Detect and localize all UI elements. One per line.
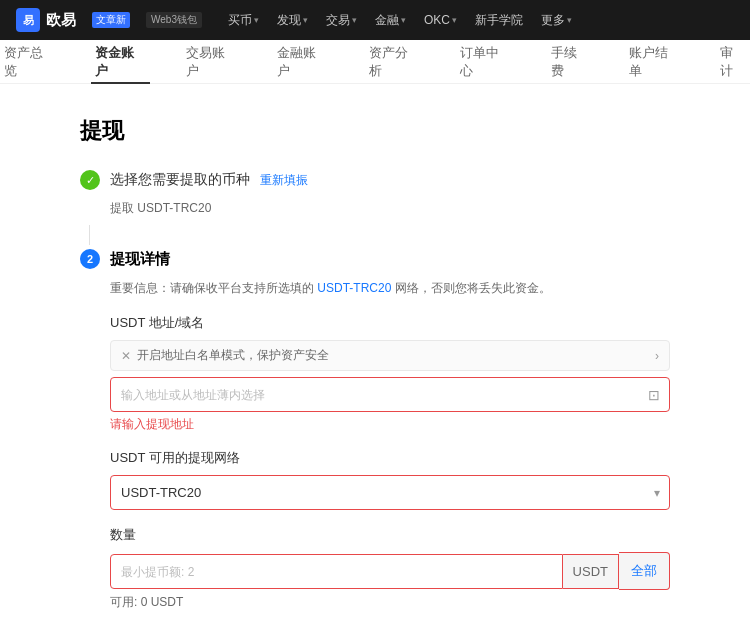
nav-beginner[interactable]: 新手学院 [475,12,523,29]
address-safe-text: 开启地址白名单模式，保护资产安全 [137,347,649,364]
chevron-down-icon: ▾ [567,15,572,25]
logo[interactable]: 易 欧易 [16,8,76,32]
step1-circle: ✓ [80,170,100,190]
articles-tag[interactable]: 文章新 [92,12,130,28]
step2-row: 2 提现详情 [80,249,670,269]
nav-more[interactable]: 更多 ▾ [541,12,572,29]
close-icon: ✕ [121,349,131,363]
page-title: 提现 [80,116,670,146]
step1-row: ✓ 选择您需要提取的币种 重新填振 [80,170,670,190]
step-connector [89,225,90,245]
nav-discover[interactable]: 发现 ▾ [277,12,308,29]
subnav-trading-account[interactable]: 交易账户 [182,40,241,84]
network-highlight: USDT-TRC20 [317,281,391,295]
subnav-account-statement[interactable]: 账户结单 [625,40,684,84]
chevron-down-icon: ▾ [254,15,259,25]
step2-circle: 2 [80,249,100,269]
amount-unit: USDT [563,554,619,589]
top-navigation: 易 欧易 文章新 Web3钱包 买币 ▾ 发现 ▾ 交易 ▾ 金融 ▾ OKC … [0,0,750,40]
nav-trade[interactable]: 交易 ▾ [326,12,357,29]
amount-label: 数量 [110,526,670,544]
step1-link[interactable]: 重新填振 [260,172,308,189]
network-select[interactable]: USDT-TRC20 [110,475,670,510]
subnav-order-center[interactable]: 订单中心 [456,40,515,84]
check-icon: ✓ [86,174,95,187]
chevron-down-icon: ▾ [352,15,357,25]
withdrawal-form: 重要信息：请确保收平台支持所选填的 USDT-TRC20 网络，否则您将丢失此资… [110,279,670,617]
network-select-wrapper: USDT-TRC20 ▾ [110,475,670,510]
subnav-audit[interactable]: 审计 [716,40,750,84]
chevron-down-icon: ▾ [401,15,406,25]
step2-number: 2 [87,253,93,265]
address-safe-row[interactable]: ✕ 开启地址白名单模式，保护资产安全 › [110,340,670,371]
network-label: USDT 可用的提现网络 [110,449,670,467]
step1-label: 选择您需要提取的币种 [110,171,250,189]
chevron-down-icon: ▾ [452,15,457,25]
subnav-asset-analysis[interactable]: 资产分析 [365,40,424,84]
network-field-group: USDT 可用的提现网络 USDT-TRC20 ▾ [110,449,670,510]
main-content: 提现 ✓ 选择您需要提取的币种 重新填振 提取 USDT-TRC20 2 提现详… [0,84,750,617]
sub-navigation: 资产总览 资金账户 交易账户 金融账户 资产分析 订单中心 手续费 账户结单 审… [0,40,750,84]
address-input-wrapper: ⊡ [110,377,670,412]
nav-finance[interactable]: 金融 ▾ [375,12,406,29]
address-field-group: USDT 地址/域名 ✕ 开启地址白名单模式，保护资产安全 › ⊡ 请输入提现地… [110,314,670,433]
top-nav-items: 买币 ▾ 发现 ▾ 交易 ▾ 金融 ▾ OKC ▾ 新手学院 更多 ▾ [228,12,572,29]
amount-field-group: 数量 USDT 全部 可用: 0 USDT 交易账户：0.00009166 US… [110,526,670,617]
subnav-funding-account[interactable]: 资金账户 [91,40,150,84]
chevron-down-icon: ▾ [303,15,308,25]
address-input[interactable] [110,377,670,412]
subnav-financial-account[interactable]: 金融账户 [273,40,332,84]
logo-text: 欧易 [46,11,76,30]
warning-text: 重要信息：请确保收平台支持所选填的 USDT-TRC20 网络，否则您将丢失此资… [110,279,670,298]
amount-input-row: USDT 全部 [110,552,670,590]
nav-okc[interactable]: OKC ▾ [424,13,457,27]
subnav-assets-overview[interactable]: 资产总览 [0,40,59,84]
step1-subtitle: 提取 USDT-TRC20 [110,200,670,217]
address-hint: 请输入提现地址 [110,416,670,433]
web3-wallet-tag[interactable]: Web3钱包 [146,12,202,28]
step2-label: 提现详情 [110,250,170,269]
chevron-right-icon: › [655,349,659,363]
address-label: USDT 地址/域名 [110,314,670,332]
qr-code-icon[interactable]: ⊡ [648,387,660,403]
logo-icon: 易 [16,8,40,32]
nav-buy[interactable]: 买币 ▾ [228,12,259,29]
subnav-fee[interactable]: 手续费 [547,40,593,84]
amount-input[interactable] [110,554,563,589]
all-button[interactable]: 全部 [619,552,670,590]
available-balance: 可用: 0 USDT [110,594,670,611]
